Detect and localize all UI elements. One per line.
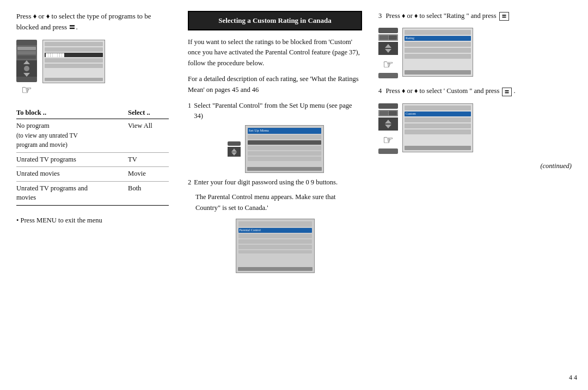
- screen-option: [248, 135, 321, 139]
- remote-strip-item: [379, 111, 388, 115]
- hand-pointer-icon: ☞: [21, 83, 32, 97]
- remote-up-icon: [231, 148, 237, 152]
- screen-rating-row: Rating: [405, 36, 471, 41]
- table-cell-block: Unrated TV programs: [16, 152, 128, 167]
- table-cell-block: Unrated movies: [16, 167, 128, 182]
- menu-note: • Press MENU to exit the menu: [16, 215, 169, 226]
- nav-up-arrow: [385, 44, 391, 48]
- step1-remote: [226, 141, 242, 157]
- remote-bottom-area: [378, 148, 398, 154]
- screen-row: [405, 117, 471, 122]
- remote-top: [16, 40, 37, 45]
- screen-row: [45, 42, 103, 46]
- step-num-1: 1: [188, 101, 191, 121]
- remote-strip-item: [389, 35, 397, 40]
- remote-strip-item: [379, 35, 388, 40]
- screen-option: [248, 151, 321, 156]
- step4-illustration: ☞ Custom: [378, 103, 572, 154]
- screen-bottom-bar: [405, 146, 471, 150]
- step4-remote: ☞: [378, 103, 398, 154]
- step-num-2: 2: [188, 177, 191, 188]
- remote-bottom: [16, 77, 37, 82]
- step-1: 1 Select "Parental Control" from the Set…: [188, 101, 362, 121]
- screen-menu-title: Set Up Menu: [248, 128, 321, 134]
- hand-pointer-icon-step4: ☞: [383, 133, 394, 147]
- remote-bottom-area: [378, 73, 398, 78]
- table-row: Unrated TV programs andmovies Both: [16, 181, 169, 205]
- step1-illustration: Set Up Menu: [226, 125, 324, 173]
- remote-display-strip: [378, 34, 398, 41]
- remote-display-row: [17, 47, 36, 50]
- remote-icon-body: [228, 147, 241, 157]
- intro-text: Press ♦ or ♦ to select the type of progr…: [16, 11, 169, 32]
- tv-screen-illustration: ████████: [42, 40, 105, 83]
- screen-row: [238, 221, 312, 227]
- screen-row-parental: Parental Control: [238, 228, 312, 233]
- step3-screen: Rating: [402, 28, 473, 77]
- step-3: 3 Press ♦ or ♦ to select "Rating " and p…: [378, 11, 572, 21]
- remote-icon-top: [228, 141, 241, 146]
- table-row: Unrated TV programs TV: [16, 152, 169, 167]
- screen-row: [405, 129, 471, 134]
- step3-illustration: ☞ Rating: [378, 28, 572, 78]
- step-4-text: Press ♦ or ♦ to select ' Custom " and pr…: [385, 87, 515, 95]
- step-3-text: Press ♦ or ♦ to select "Rating " and pre…: [385, 12, 509, 20]
- table-cell-select: TV: [128, 152, 169, 167]
- table-row: Unrated movies Movie: [16, 167, 169, 182]
- screen-row: [45, 47, 103, 52]
- step1-screen-wrapper: Set Up Menu: [188, 125, 362, 173]
- remote-nav-block: [378, 42, 398, 55]
- step4-screen: Custom: [402, 103, 473, 152]
- step-1-text: Select "Parental Control" from the Set U…: [194, 101, 362, 121]
- left-column: Press ♦ or ♦ to select the type of progr…: [16, 11, 180, 379]
- continued-label: (continued): [378, 162, 572, 170]
- table-cell-block: No program(to view any unrated TVprogram…: [16, 119, 128, 153]
- step3-remote: ☞: [378, 28, 398, 78]
- para2: For a detailed description of each ratin…: [188, 74, 362, 95]
- screen-row: [405, 30, 471, 35]
- table-col1-header: To block ..: [16, 107, 128, 119]
- remote-display-strip: [378, 110, 398, 116]
- nav-down-arrow: [385, 49, 391, 53]
- table-cell-select: Both: [128, 181, 169, 205]
- section-header-banner: Selecting a Custom Rating in Canada: [188, 11, 362, 30]
- screen-row-highlighted: ████████: [45, 53, 103, 57]
- screen-option-selected: [248, 140, 321, 145]
- screen-row: [45, 58, 103, 63]
- screen-option: [248, 157, 321, 161]
- screen-option: [248, 146, 321, 150]
- screen-bottom-bar: [247, 167, 322, 171]
- step2b-text: The Parental Control menu appears. Make …: [195, 192, 362, 213]
- screen-row: [405, 42, 471, 47]
- step1-screen: Set Up Menu: [245, 125, 324, 173]
- screen-row: [238, 234, 312, 238]
- screen-row: [45, 64, 103, 68]
- screen-row: [238, 239, 312, 244]
- hand-pointer-icon-right: ☞: [383, 58, 394, 72]
- step2-screen-wrapper: Parental Control: [188, 219, 362, 273]
- screen-bottom-bar: [405, 70, 471, 75]
- page-container: Press ♦ or ♦ to select the type of progr…: [0, 0, 588, 390]
- screen-row: [405, 123, 471, 128]
- enter-key-symbol-2: 〓: [502, 88, 512, 96]
- table-row: No program(to view any unrated TVprogram…: [16, 119, 169, 153]
- step-4: 4 Press ♦ or ♦ to select ' Custom " and …: [378, 86, 572, 96]
- remote-down-arrow: [23, 73, 30, 77]
- middle-column: Selecting a Custom Rating in Canada If y…: [180, 11, 370, 379]
- nav-up-arrow: [385, 120, 391, 123]
- remote-center-button: [24, 66, 29, 71]
- remote-nav-area: [16, 60, 37, 77]
- screen-row: [405, 106, 471, 110]
- nav-down-arrow: [385, 125, 391, 128]
- table-col2-header: Select ..: [128, 107, 169, 119]
- screen-bottom-bar: [45, 78, 103, 81]
- step-2: 2 Enter your four digit password using t…: [188, 177, 362, 188]
- para1: If you want to select the ratings to be …: [188, 37, 362, 69]
- remote-up-arrow: [23, 60, 30, 64]
- remote-display-row: [17, 51, 36, 54]
- remote-body-top: [378, 28, 398, 33]
- step-2-text: Enter your four digit password using the…: [194, 177, 338, 188]
- step-num-3: 3: [378, 12, 382, 20]
- remote-body-top: [378, 103, 398, 109]
- screen-row: [405, 48, 471, 53]
